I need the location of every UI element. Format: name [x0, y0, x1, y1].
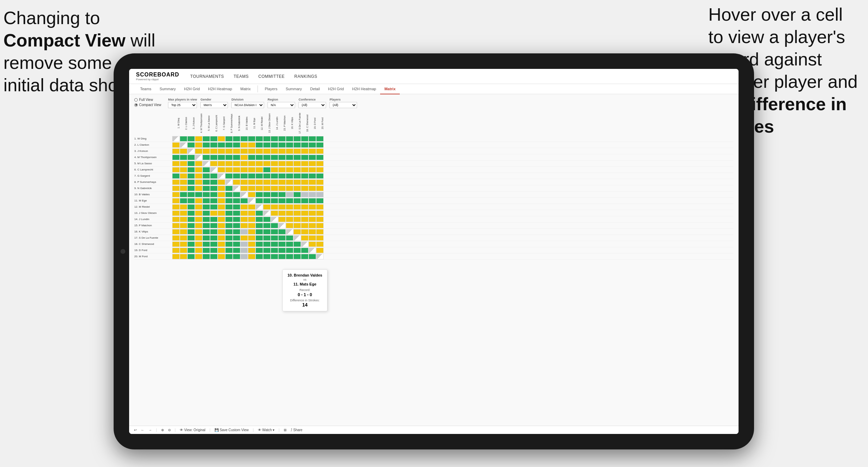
matrix-cell[interactable] — [263, 198, 271, 204]
matrix-cell[interactable] — [248, 229, 255, 235]
matrix-cell[interactable] — [187, 204, 195, 210]
matrix-cell[interactable] — [286, 161, 293, 166]
matrix-cell[interactable] — [218, 179, 225, 185]
matrix-cell[interactable] — [248, 155, 255, 160]
matrix-cell[interactable] — [271, 241, 278, 247]
matrix-cell[interactable] — [316, 241, 324, 247]
matrix-cell[interactable] — [202, 186, 210, 191]
matrix-cell[interactable] — [316, 229, 324, 235]
matrix-cell[interactable] — [172, 204, 180, 210]
share-btn[interactable]: ⤴ Share — [291, 428, 302, 432]
matrix-cell[interactable] — [301, 210, 308, 216]
matrix-cell[interactable] — [172, 248, 180, 253]
matrix-cell[interactable] — [278, 142, 286, 148]
matrix-cell[interactable] — [293, 167, 301, 173]
matrix-cell[interactable] — [210, 248, 218, 253]
matrix-cell[interactable] — [225, 161, 233, 166]
matrix-cell[interactable] — [233, 254, 240, 259]
matrix-cell[interactable] — [271, 235, 278, 241]
matrix-cell[interactable] — [225, 192, 233, 197]
zoom-out-btn[interactable]: ⊖ — [168, 428, 171, 432]
matrix-cell[interactable] — [225, 186, 233, 191]
matrix-cell[interactable] — [293, 186, 301, 191]
matrix-cell[interactable] — [263, 210, 271, 216]
matrix-cell[interactable] — [202, 235, 210, 241]
matrix-cell[interactable] — [263, 148, 271, 154]
matrix-cell[interactable] — [316, 254, 324, 259]
matrix-cell[interactable] — [180, 204, 187, 210]
matrix-cell[interactable] — [240, 148, 248, 154]
matrix-cell[interactable] — [286, 173, 293, 179]
matrix-cell[interactable] — [293, 223, 301, 228]
matrix-cell[interactable] — [210, 155, 218, 160]
matrix-cell[interactable] — [278, 192, 286, 197]
matrix-cell[interactable] — [225, 198, 233, 204]
matrix-cell[interactable] — [308, 217, 316, 222]
matrix-cell[interactable] — [187, 217, 195, 222]
matrix-cell[interactable] — [263, 248, 271, 253]
matrix-cell[interactable] — [187, 192, 195, 197]
matrix-cell[interactable] — [301, 248, 308, 253]
matrix-cell[interactable] — [187, 155, 195, 160]
matrix-cell[interactable] — [316, 155, 324, 160]
matrix-cell[interactable] — [180, 210, 187, 216]
matrix-cell[interactable] — [187, 179, 195, 185]
matrix-cell[interactable] — [195, 192, 202, 197]
matrix-cell[interactable] — [240, 223, 248, 228]
matrix-cell[interactable] — [172, 198, 180, 204]
matrix-cell[interactable] — [180, 198, 187, 204]
matrix-cell[interactable] — [218, 248, 225, 253]
matrix-cell[interactable] — [233, 142, 240, 148]
nav-tournaments[interactable]: TOURNAMENTS — [190, 73, 225, 80]
matrix-cell[interactable] — [240, 254, 248, 259]
matrix-cell[interactable] — [202, 192, 210, 197]
matrix-cell[interactable] — [301, 223, 308, 228]
matrix-cell[interactable] — [187, 254, 195, 259]
matrix-cell[interactable] — [316, 235, 324, 241]
matrix-cell[interactable] — [187, 167, 195, 173]
matrix-cell[interactable] — [225, 229, 233, 235]
matrix-cell[interactable] — [225, 254, 233, 259]
tab-h2h-grid-right[interactable]: H2H Grid — [324, 84, 348, 94]
matrix-cell[interactable] — [225, 210, 233, 216]
matrix-cell[interactable] — [308, 235, 316, 241]
matrix-cell[interactable] — [233, 198, 240, 204]
filter-select-max[interactable]: Top 25 — [168, 102, 197, 108]
matrix-cell[interactable] — [195, 148, 202, 154]
matrix-cell[interactable] — [172, 167, 180, 173]
filter-select-division[interactable]: NCAA Division I — [231, 102, 264, 108]
matrix-cell[interactable] — [271, 142, 278, 148]
tab-detail[interactable]: Detail — [306, 84, 324, 94]
matrix-cell[interactable] — [248, 179, 255, 185]
matrix-cell[interactable] — [218, 155, 225, 160]
matrix-cell[interactable] — [278, 241, 286, 247]
matrix-cell[interactable] — [286, 235, 293, 241]
matrix-cell[interactable] — [308, 192, 316, 197]
matrix-cell[interactable] — [271, 204, 278, 210]
matrix-cell[interactable] — [301, 161, 308, 166]
filter-select-gender[interactable]: Men's — [200, 102, 228, 108]
nav-rankings[interactable]: RANKINGS — [294, 73, 318, 80]
matrix-cell[interactable] — [301, 235, 308, 241]
matrix-cell[interactable] — [180, 173, 187, 179]
matrix-cell[interactable] — [301, 173, 308, 179]
matrix-cell[interactable] — [308, 186, 316, 191]
matrix-cell[interactable] — [172, 210, 180, 216]
matrix-cell[interactable] — [195, 142, 202, 148]
matrix-cell[interactable] — [202, 161, 210, 166]
view-original-btn[interactable]: 👁 View: Original — [180, 428, 205, 432]
matrix-cell[interactable] — [308, 161, 316, 166]
matrix-cell[interactable] — [225, 217, 233, 222]
matrix-cell[interactable] — [316, 204, 324, 210]
matrix-cell[interactable] — [172, 223, 180, 228]
matrix-cell[interactable] — [316, 223, 324, 228]
matrix-cell[interactable] — [271, 173, 278, 179]
matrix-cell[interactable] — [187, 186, 195, 191]
matrix-cell[interactable] — [210, 210, 218, 216]
matrix-cell[interactable] — [202, 223, 210, 228]
matrix-cell[interactable] — [255, 198, 263, 204]
matrix-cell[interactable] — [248, 241, 255, 247]
matrix-cell[interactable] — [293, 229, 301, 235]
matrix-cell[interactable] — [316, 173, 324, 179]
matrix-cell[interactable] — [187, 248, 195, 253]
